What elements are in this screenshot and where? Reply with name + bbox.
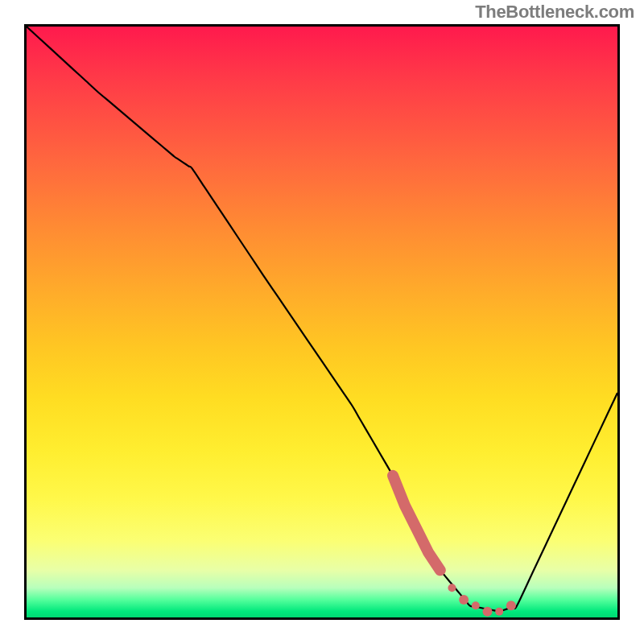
bottleneck-curve-path <box>27 27 617 612</box>
highlight-dot <box>495 608 503 616</box>
plot-area <box>24 24 620 620</box>
chart-container: TheBottleneck.com <box>0 0 644 644</box>
highlight-thick-stroke <box>393 476 440 570</box>
highlight-segment-group <box>393 476 516 617</box>
highlight-dot <box>459 595 469 605</box>
highlight-dot <box>448 584 456 592</box>
chart-svg <box>27 27 617 617</box>
highlight-dot <box>506 601 516 610</box>
highlight-dot <box>472 601 480 609</box>
highlight-dot <box>483 607 493 617</box>
attribution-label: TheBottleneck.com <box>475 2 634 23</box>
